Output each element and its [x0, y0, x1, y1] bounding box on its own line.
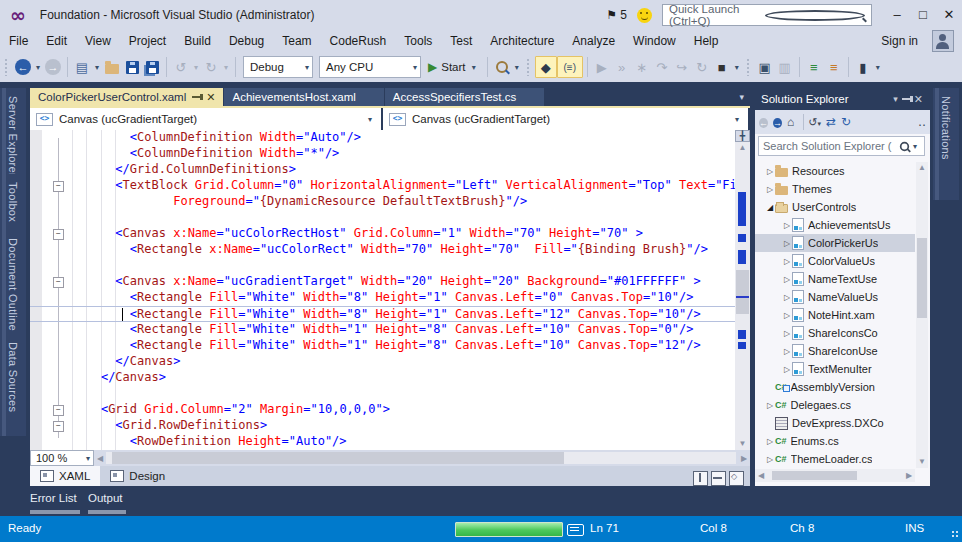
collapse-region-icon[interactable]: − [53, 229, 64, 240]
tree-collapsed-icon[interactable]: ▷ [782, 221, 792, 230]
menu-window[interactable]: Window [624, 32, 685, 50]
tree-item-enums-cs[interactable]: ▷C#Enums.cs [755, 432, 915, 450]
swap-panes-icon[interactable] [729, 471, 744, 486]
code-line[interactable] [30, 258, 735, 274]
sidebar-tab-server-explorer[interactable]: Server Explorer [0, 88, 26, 186]
bookmark-button[interactable]: ▮ [853, 57, 873, 77]
notifications-flag-icon[interactable]: ⚑ 5 [606, 8, 627, 22]
tree-item-devexpress-dxco[interactable]: DevExpress.DXCo [755, 414, 915, 432]
tree-item-colorvalueus[interactable]: ▷ColorValueUs [755, 252, 915, 270]
code-line[interactable]: <Rectangle Fill="White" Width="8" Height… [30, 290, 735, 306]
menu-analyze[interactable]: Analyze [563, 32, 624, 50]
code-line[interactable]: <TextBlock Grid.Column="0" HorizontalAli… [30, 178, 735, 194]
code-line[interactable]: <ColumnDefinition Width="*"/> [30, 146, 735, 162]
tree-collapsed-icon[interactable]: ▷ [782, 293, 792, 302]
code-line[interactable]: <Rectangle Fill="White" Width="1" Height… [30, 338, 735, 354]
tree-item-namevalueus[interactable]: ▷NameValueUs [755, 288, 915, 306]
navigate-forward-button[interactable]: → [43, 57, 63, 77]
tree-item-themes[interactable]: ▷Themes [755, 180, 915, 198]
select-element-button[interactable]: ▣ [755, 57, 775, 77]
stop-button[interactable]: ■ [712, 57, 732, 77]
run-to-cursor-button[interactable]: » [612, 57, 632, 77]
menu-debug[interactable]: Debug [220, 32, 273, 50]
tree-item-assemblyversion[interactable]: C#AssemblyVersion [755, 378, 915, 396]
code-line[interactable]: </Grid.ColumnDefinitions> [30, 162, 735, 178]
menu-build[interactable]: Build [175, 32, 220, 50]
tree-collapsed-icon[interactable]: ▷ [765, 455, 775, 464]
refresh-button[interactable]: ↻ [841, 115, 851, 129]
back-dropdown-icon[interactable]: ▾ [33, 63, 43, 72]
tree-item-colorpickerus[interactable]: ▷ColorPickerUs [755, 234, 915, 252]
tree-collapsed-icon[interactable]: ▷ [765, 185, 775, 194]
scroll-right-icon[interactable]: ▶ [903, 471, 915, 480]
toolbar-grip[interactable] [4, 58, 9, 76]
quick-launch-input[interactable]: Quick Launch (Ctrl+Q) [662, 4, 872, 26]
close-panel-icon[interactable]: ✕ [914, 93, 923, 106]
tree-item-usercontrols[interactable]: ◢UserControls [755, 198, 915, 216]
sidebar-tab-document-outline[interactable]: Document Outline [0, 230, 26, 346]
tree-item-nametextuse[interactable]: ▷NameTextUse [755, 270, 915, 288]
panel-tab-error-list[interactable]: Error List [30, 492, 77, 504]
coderush-toggle-1-button[interactable]: ◆ [535, 56, 557, 78]
tree-collapsed-icon[interactable]: ▷ [782, 329, 792, 338]
menu-project[interactable]: Project [120, 32, 175, 50]
menu-file[interactable]: File [0, 32, 37, 50]
code-line[interactable]: <Canvas x:Name="ucGradientTarget" Width=… [30, 274, 735, 290]
collapse-region-icon[interactable]: − [53, 405, 64, 416]
code-lines[interactable]: <ColumnDefinition Width="Auto"/> <Column… [30, 130, 735, 450]
code-line[interactable] [30, 210, 735, 226]
tree-collapsed-icon[interactable]: ▷ [782, 275, 792, 284]
document-tab[interactable]: AchievementsHost.xaml [224, 88, 383, 106]
toolbar-grip[interactable] [746, 58, 751, 76]
new-item-dropdown-icon[interactable]: ▾ [92, 63, 102, 72]
zoom-combo[interactable]: 100 % ▾ [30, 450, 94, 466]
tree-collapsed-icon[interactable]: ▷ [765, 167, 775, 176]
code-line[interactable]: <Canvas x:Name="ucColorRectHost" Grid.Co… [30, 226, 735, 242]
split-window-handle[interactable]: ╋ [735, 130, 750, 142]
tree-vertical-scrollbar[interactable]: ▲ ▼ [916, 162, 928, 468]
tree-collapsed-icon[interactable]: ▷ [782, 347, 792, 356]
code-line[interactable]: <Rectangle x:Name="ucColorRect" Width="7… [30, 242, 735, 258]
platform-combo[interactable]: Any CPU▾ [319, 56, 421, 78]
horizontal-split-icon[interactable] [711, 471, 726, 486]
pin-icon[interactable] [192, 96, 200, 98]
toolbar-overflow-icon[interactable]: ‥ [918, 115, 926, 129]
tree-collapsed-icon[interactable]: ▷ [782, 257, 792, 266]
forward-button[interactable]: → [773, 115, 782, 130]
nav-member-dropdown[interactable]: <> Canvas (ucGradientTarget) ▾ [383, 108, 748, 130]
code-line[interactable]: Foreground="{DynamicResource DefaultText… [30, 194, 735, 210]
tree-horizontal-scrollbar[interactable]: ◀ ▶ [755, 469, 915, 482]
format-selection-button[interactable]: ≡ [824, 57, 844, 77]
document-tab[interactable]: AccessSpecifiersTest.cs [385, 88, 544, 106]
menu-tools[interactable]: Tools [395, 32, 441, 50]
back-button[interactable]: ← [759, 115, 768, 130]
code-line[interactable]: </Canvas> [30, 354, 735, 370]
home-button[interactable]: ⌂ [787, 115, 794, 129]
format-document-button[interactable]: ≡ [804, 57, 824, 77]
sidebar-tab-notifications[interactable]: Notifications [933, 88, 959, 200]
restart-button[interactable]: ↻ [692, 57, 712, 77]
scroll-down-icon[interactable]: ▼ [735, 438, 750, 450]
copy-structure-button[interactable]: ▥ [775, 57, 795, 77]
collapse-region-icon[interactable]: − [53, 277, 64, 288]
redo-dropdown-icon[interactable]: ▾ [221, 63, 231, 72]
scroll-up-icon[interactable]: ▲ [916, 162, 928, 174]
break-all-button[interactable]: ∗ [632, 57, 652, 77]
code-editor[interactable]: <ColumnDefinition Width="Auto"/> <Column… [30, 130, 735, 450]
collapse-region-icon[interactable]: − [53, 421, 64, 432]
tree-expanded-icon[interactable]: ◢ [765, 203, 775, 212]
find-in-files-button[interactable] [492, 57, 512, 77]
menu-view[interactable]: View [76, 32, 120, 50]
toolbar-overflow-icon[interactable]: ▾ [732, 63, 742, 72]
start-debugging-button[interactable]: ▶Start ▾ [424, 60, 483, 74]
code-line[interactable]: <ColumnDefinition Width="Auto"/> [30, 130, 735, 146]
scroll-down-icon[interactable]: ▼ [916, 456, 928, 468]
scrollbar-thumb[interactable] [772, 471, 857, 480]
tab-design[interactable]: Design [100, 466, 175, 486]
undo-dropdown-icon[interactable]: ▾ [191, 63, 201, 72]
code-line[interactable]: <Grid.RowDefinitions>− [30, 418, 735, 434]
solution-explorer-title-bar[interactable]: Solution Explorer ▾ ✕ [755, 88, 930, 110]
tree-item-notehint-xam[interactable]: ▷NoteHint.xam [755, 306, 915, 324]
scroll-up-icon[interactable]: ▲ [735, 142, 750, 154]
menu-help[interactable]: Help [685, 32, 728, 50]
